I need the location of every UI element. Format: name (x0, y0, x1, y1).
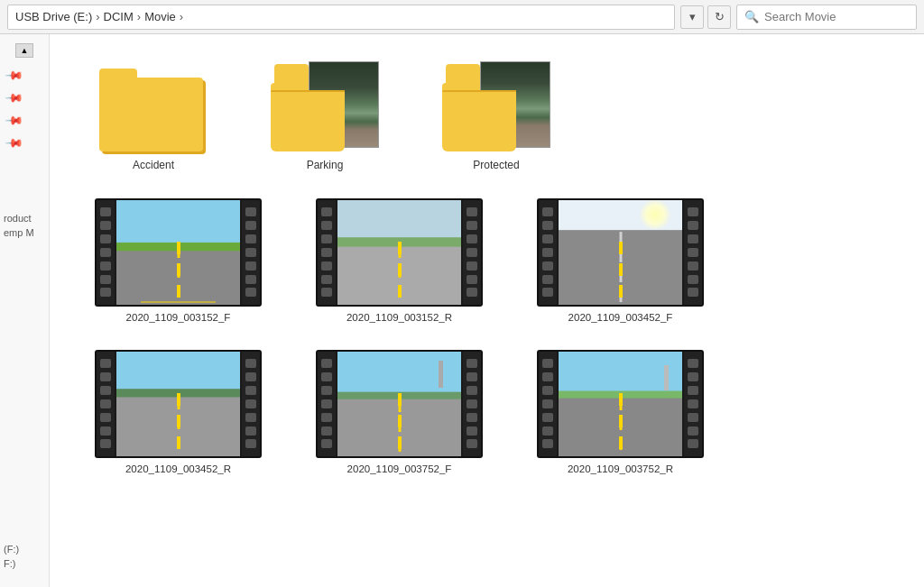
hole (321, 426, 332, 436)
hole (100, 221, 111, 230)
sidebar-label-temp[interactable]: emp M (4, 227, 45, 238)
videos-grid: 2020_1109_003152_F (77, 189, 897, 483)
hole (321, 275, 332, 284)
filmstrip-right-2 (463, 200, 481, 305)
hole (467, 288, 477, 297)
hole (688, 413, 698, 422)
hole (467, 399, 477, 408)
hole (245, 207, 256, 216)
filmstrip-left-6 (539, 352, 557, 456)
hole (467, 221, 477, 230)
filmstrip-left-5 (318, 352, 336, 456)
breadcrumb-movie[interactable]: Movie (144, 10, 176, 23)
hole (467, 426, 477, 436)
hole (688, 372, 698, 381)
hole (542, 248, 553, 257)
hole (542, 386, 553, 395)
breadcrumb-dcim[interactable]: DCIM (104, 10, 134, 23)
hole (688, 207, 698, 216)
sidebar-labels: roduct emp M (0, 159, 49, 245)
hole (100, 413, 111, 422)
hole (245, 221, 256, 230)
hole (467, 439, 477, 448)
pin-icon-4[interactable]: 📌 (1, 129, 28, 156)
hole (100, 399, 111, 408)
video-item-1[interactable]: 2020_1109_003152_F (95, 198, 262, 323)
video-item-2[interactable]: 2020_1109_003152_R (316, 198, 483, 323)
hole (542, 275, 553, 284)
content-area: Accident Parking (50, 34, 924, 587)
folder-label-accident: Accident (133, 159, 174, 171)
folder-icon-protected (442, 61, 550, 151)
hole (321, 439, 332, 448)
video-item-6[interactable]: 2020_1109_003752_R (537, 350, 704, 474)
hole (688, 261, 698, 271)
hole (467, 359, 477, 368)
hole (542, 359, 553, 368)
dropdown-btn[interactable]: ▾ (680, 5, 704, 29)
hole (467, 413, 477, 422)
filmstrip-image-1 (116, 200, 240, 305)
filmstrip-image-3 (559, 200, 682, 305)
search-box[interactable]: 🔍 (736, 5, 917, 30)
hole (688, 399, 698, 408)
search-icon: 🔍 (744, 10, 759, 23)
video-item-5[interactable]: 2020_1109_003752_F (316, 350, 483, 474)
filmstrip-left-2 (318, 200, 336, 305)
hole (100, 386, 111, 395)
filmstrip-image-5 (337, 352, 461, 456)
filmstrip-6 (537, 350, 704, 458)
refresh-btn[interactable]: ↻ (707, 5, 731, 29)
hole (467, 386, 477, 395)
main-layout: ▲ 📌 📌 📌 📌 roduct emp M (F:) F:) Ac (0, 34, 924, 587)
drive-f2-label[interactable]: F:) (4, 558, 45, 569)
folder-icon-accident (99, 61, 208, 151)
hole (100, 248, 111, 257)
hole (321, 207, 332, 216)
pin-icons: 📌 📌 📌 📌 (0, 60, 49, 159)
hole (467, 234, 477, 243)
hole (245, 288, 256, 297)
search-input[interactable] (764, 10, 900, 23)
hole (321, 399, 332, 408)
hole (100, 426, 111, 436)
video-label-4: 2020_1109_003452_R (125, 463, 231, 474)
sep2: › (137, 10, 141, 23)
hole (542, 234, 553, 243)
hole (467, 261, 477, 271)
breadcrumb[interactable]: USB Drive (E:) › DCIM › Movie › (7, 5, 675, 30)
hole (100, 372, 111, 381)
hole (542, 261, 553, 271)
drive-f-label[interactable]: (F:) (4, 544, 45, 555)
sidebar-label-product[interactable]: roduct (4, 213, 45, 224)
hole (245, 426, 256, 436)
hole (688, 221, 698, 230)
video-label-3: 2020_1109_003452_F (568, 312, 673, 323)
hole (100, 359, 111, 368)
folder-accident[interactable]: Accident (95, 61, 212, 171)
hole (688, 234, 698, 243)
hole (321, 221, 332, 230)
breadcrumb-usb[interactable]: USB Drive (E:) (15, 10, 92, 23)
hole (245, 439, 256, 448)
hole (688, 359, 698, 368)
hole (467, 248, 477, 257)
folder-parking[interactable]: Parking (266, 61, 383, 171)
video-item-3[interactable]: 2020_1109_003452_F (537, 198, 704, 323)
hole (100, 288, 111, 297)
hole (245, 248, 256, 257)
address-controls: ▾ ↻ (680, 5, 731, 29)
video-item-4[interactable]: 2020_1109_003452_R (95, 350, 262, 474)
hole (688, 288, 698, 297)
hole (542, 426, 553, 436)
folder-label-protected: Protected (473, 159, 519, 171)
hole (467, 275, 477, 284)
filmstrip-right-3 (684, 200, 702, 305)
hole (100, 234, 111, 243)
folder-protected[interactable]: Protected (438, 61, 555, 171)
scroll-up-btn[interactable]: ▲ (15, 43, 33, 58)
hole (245, 413, 256, 422)
video-label-5: 2020_1109_003752_F (347, 463, 452, 474)
hole (245, 359, 256, 368)
hole (245, 399, 256, 408)
